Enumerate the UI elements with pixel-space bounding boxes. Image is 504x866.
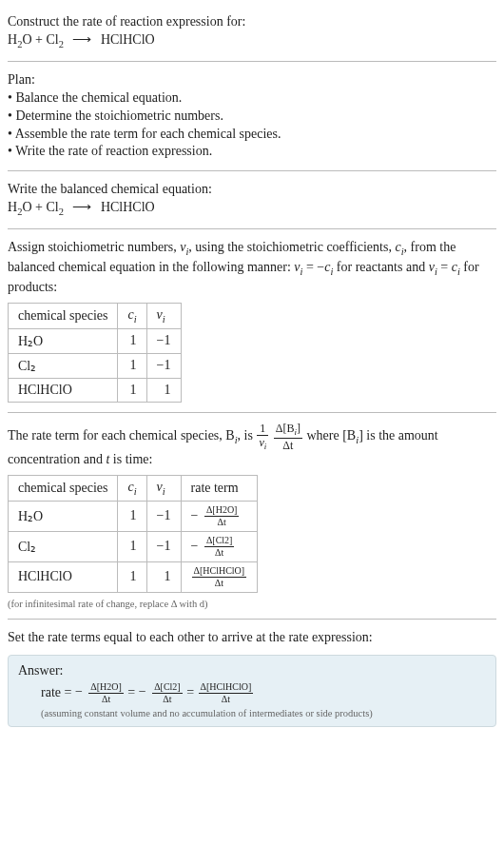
answer-label: Answer: <box>18 663 486 679</box>
plan-block: Plan: • Balance the chemical equation. •… <box>8 71 496 161</box>
table-row: Cl₂ 1 −1 <box>9 353 182 378</box>
table-row: H₂O 1 −1 − Δ[H2O] Δt <box>9 501 258 531</box>
plan-item-2: • Determine the stoichiometric numbers. <box>8 108 223 123</box>
col-species: chemical species <box>9 476 118 502</box>
arrow-icon: ⟶ <box>72 200 91 214</box>
rate-term-cell: Δ[HClHClO] Δt <box>181 561 258 592</box>
table-row: H₂O 1 −1 <box>9 328 182 353</box>
divider <box>8 228 496 229</box>
col-ci: ci <box>118 304 146 329</box>
rate-term-cell: − Δ[Cl2] Δt <box>181 531 258 561</box>
stoichiometry-table-1: chemical species ci νi H₂O 1 −1 Cl₂ 1 −1… <box>8 303 182 403</box>
answer-box: Answer: rate = − Δ[H2O] Δt = − Δ[Cl2] Δt… <box>8 655 496 727</box>
infinitesimal-note: (for infinitesimal rate of change, repla… <box>8 599 496 609</box>
col-ci: ci <box>118 476 146 502</box>
divider <box>8 170 496 171</box>
rateterm-block: The rate term for each chemical species,… <box>8 423 496 469</box>
plan-heading: Plan: <box>8 72 35 87</box>
prompt-block: Construct the rate of reaction expressio… <box>8 13 496 51</box>
table-row: chemical species ci νi rate term <box>9 476 258 502</box>
rate-term-cell: − Δ[H2O] Δt <box>181 501 258 531</box>
fraction-1-over-nu: 1 νi <box>257 423 268 451</box>
rate-expression: rate = − Δ[H2O] Δt = − Δ[Cl2] Δt = Δ[HCl… <box>41 682 486 704</box>
table-row: Cl₂ 1 −1 − Δ[Cl2] Δt <box>9 531 258 561</box>
plan-item-3: • Assemble the rate term for each chemic… <box>8 127 281 141</box>
arrow-icon: ⟶ <box>72 32 91 47</box>
equation-balanced: H2O + Cl2 ⟶ HClHClO <box>8 200 155 214</box>
stoichiometry-table-2: chemical species ci νi rate term H₂O 1 −… <box>8 475 258 593</box>
divider <box>8 412 496 413</box>
col-nui: νi <box>146 304 181 329</box>
set-equal-text: Set the rate terms equal to each other t… <box>8 629 496 647</box>
col-nui: νi <box>146 476 181 502</box>
assign-block: Assign stoichiometric numbers, νi, using… <box>8 239 496 297</box>
balanced-heading: Write the balanced chemical equation: <box>8 182 212 196</box>
plan-item-4: • Write the rate of reaction expression. <box>8 144 212 158</box>
plan-item-1: • Balance the chemical equation. <box>8 90 182 105</box>
table-row: chemical species ci νi <box>9 304 182 329</box>
prompt-prefix: Construct the rate of reaction expressio… <box>8 14 245 29</box>
divider <box>8 61 496 62</box>
col-rateterm: rate term <box>181 476 258 502</box>
divider <box>8 619 496 620</box>
equation-unbalanced: H2O + Cl2 ⟶ HClHClO <box>8 32 155 47</box>
col-species: chemical species <box>9 304 118 329</box>
table-row: HClHClO 1 1 <box>9 378 182 402</box>
balanced-block: Write the balanced chemical equation: H2… <box>8 181 496 219</box>
table-row: HClHClO 1 1 Δ[HClHClO] Δt <box>9 561 258 592</box>
fraction-dbi-dt: Δ[Bi] Δt <box>274 423 302 451</box>
answer-assumption: (assuming constant volume and no accumul… <box>41 708 486 718</box>
